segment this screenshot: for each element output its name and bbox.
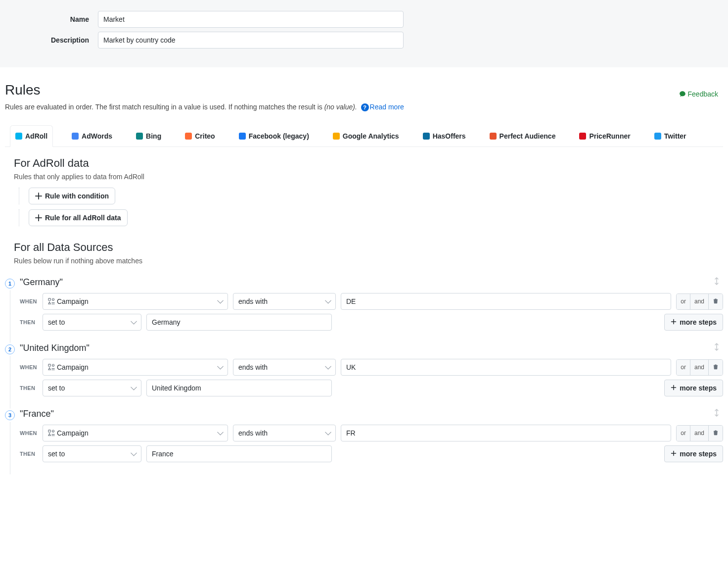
google-analytics-icon (333, 133, 340, 140)
delete-condition-button[interactable] (709, 360, 723, 375)
more-steps-button[interactable]: more steps (664, 445, 723, 462)
feedback-link[interactable]: Feedback (679, 90, 718, 98)
tab-perfect-audience[interactable]: Perfect Audience (485, 126, 561, 146)
field-select-value: Campaign (57, 297, 89, 305)
rule-title: "Germany" (20, 277, 63, 288)
trash-icon (713, 430, 719, 437)
drag-handle-icon[interactable] (710, 342, 723, 354)
condition-actions: or and (676, 359, 723, 376)
perfect-audience-icon (490, 133, 497, 140)
drag-handle-icon[interactable] (710, 277, 723, 288)
data-source-tabs: AdRollAdWordsBingCriteoFacebook (legacy)… (5, 125, 723, 147)
tab-label: Twitter (664, 133, 686, 140)
tab-hasoffers[interactable]: HasOffers (418, 126, 471, 146)
when-label: WHEN (20, 430, 38, 436)
tab-label: Facebook (legacy) (249, 133, 309, 140)
operator-select-value: ends with (238, 297, 268, 305)
field-select-value: Campaign (57, 429, 89, 437)
result-input[interactable] (146, 314, 332, 331)
action-select-value: set to (48, 450, 65, 458)
operator-select[interactable]: ends with (233, 425, 336, 441)
tab-facebook-legacy-[interactable]: Facebook (legacy) (234, 126, 314, 146)
svg-point-3 (52, 364, 54, 366)
delete-condition-button[interactable] (709, 426, 723, 441)
then-label: THEN (20, 319, 38, 325)
plus-icon (35, 214, 42, 221)
operator-select[interactable]: ends with (233, 359, 336, 376)
more-steps-button[interactable]: more steps (664, 314, 723, 331)
read-more-link[interactable]: ?Read more (361, 103, 404, 111)
tab-adroll[interactable]: AdRoll (10, 125, 53, 147)
operator-select-value: ends with (238, 429, 268, 437)
operator-select[interactable]: ends with (233, 293, 336, 310)
tab-label: PriceRunner (589, 133, 630, 140)
value-input[interactable] (341, 425, 671, 441)
name-input[interactable] (98, 11, 404, 28)
tab-pricerunner[interactable]: PriceRunner (574, 126, 635, 146)
action-select-value: set to (48, 384, 65, 392)
all-sources-desc: Rules below run if nothing above matches (14, 257, 718, 265)
tab-label: AdWords (82, 133, 112, 140)
description-input[interactable] (98, 32, 404, 49)
or-button[interactable]: or (677, 294, 690, 309)
field-select-value: Campaign (57, 363, 89, 371)
rule-block: 1 "Germany" WHEN Campaign ends with (5, 277, 723, 331)
and-button[interactable]: and (690, 426, 709, 441)
description-label: Description (0, 36, 89, 44)
action-select[interactable]: set to (43, 380, 141, 396)
drag-handle-icon[interactable] (710, 408, 723, 420)
when-label: WHEN (20, 364, 38, 370)
plus-icon (671, 318, 677, 326)
delete-condition-button[interactable] (709, 294, 723, 309)
svg-point-5 (52, 430, 54, 432)
tab-label: AdRoll (25, 133, 47, 140)
rule-index-badge: 2 (5, 344, 15, 354)
action-select[interactable]: set to (43, 445, 141, 462)
tab-bing[interactable]: Bing (131, 126, 166, 146)
field-select[interactable]: Campaign (43, 425, 228, 441)
feedback-icon (679, 91, 686, 97)
rule-with-condition-button[interactable]: Rule with condition (29, 188, 115, 204)
form-header: Name Description (0, 0, 728, 67)
more-steps-button[interactable]: more steps (664, 380, 723, 396)
plus-icon (35, 193, 42, 199)
name-label: Name (0, 15, 89, 23)
result-input[interactable] (146, 445, 332, 462)
tab-adwords[interactable]: AdWords (67, 126, 117, 146)
rule-block: 2 "United Kingdom" WHEN Campaign ends wi… (5, 342, 723, 396)
trash-icon (713, 298, 719, 305)
tab-label: HasOffers (433, 133, 466, 140)
field-select[interactable]: Campaign (43, 359, 228, 376)
tab-twitter[interactable]: Twitter (649, 126, 691, 146)
pricerunner-icon (579, 133, 586, 140)
rule-block: 3 "France" WHEN Campaign ends with (5, 408, 723, 462)
result-input[interactable] (146, 380, 332, 396)
bing-icon (136, 133, 143, 140)
tab-criteo[interactable]: Criteo (180, 126, 220, 146)
help-icon: ? (361, 103, 369, 111)
adroll-section-title: For AdRoll data (14, 157, 718, 170)
tab-label: Bing (146, 133, 161, 140)
tab-label: Criteo (195, 133, 215, 140)
and-button[interactable]: and (690, 360, 709, 375)
and-button[interactable]: and (690, 294, 709, 309)
plus-icon (671, 450, 677, 458)
rules-description: Rules are evaluated in order. The first … (5, 103, 723, 111)
or-button[interactable]: or (677, 360, 690, 375)
adroll-section-desc: Rules that only applies to data from AdR… (14, 173, 718, 181)
or-button[interactable]: or (677, 426, 690, 441)
trash-icon (713, 364, 719, 371)
tab-google-analytics[interactable]: Google Analytics (328, 126, 404, 146)
value-input[interactable] (341, 293, 671, 310)
rule-for-all-adroll-button[interactable]: Rule for all AdRoll data (29, 209, 128, 226)
rule-index-badge: 1 (5, 279, 15, 289)
tab-label: Perfect Audience (500, 133, 556, 140)
dimension-icon (48, 430, 55, 437)
action-select[interactable]: set to (43, 314, 141, 331)
value-input[interactable] (341, 359, 671, 376)
then-label: THEN (20, 451, 38, 457)
dimension-icon (48, 298, 55, 305)
field-select[interactable]: Campaign (43, 293, 228, 310)
svg-rect-2 (48, 364, 50, 366)
condition-actions: or and (676, 293, 723, 310)
